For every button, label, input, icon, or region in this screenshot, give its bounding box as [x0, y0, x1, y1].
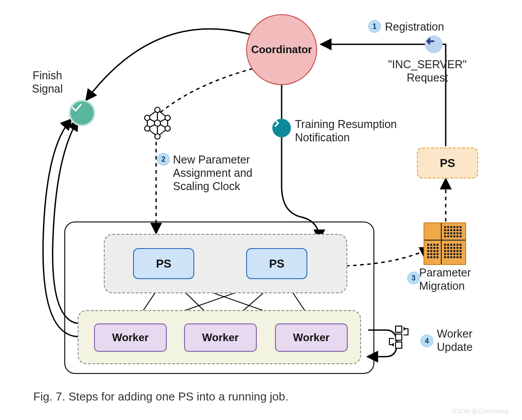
step-badge-3: 3 [407, 272, 420, 284]
figure-caption: Fig. 7. Steps for adding one PS into a r… [33, 390, 288, 404]
svg-point-19 [145, 115, 150, 121]
step-badge-1: 1 [368, 20, 381, 33]
svg-point-18 [155, 107, 160, 113]
ps-node-1: PS [133, 248, 194, 279]
worker-node-2: Worker [184, 323, 257, 352]
inc-server-request-label: "INC_SERVER" Request [388, 58, 467, 84]
checkmark-icon [69, 100, 95, 126]
finish-signal-label: Finish Signal [32, 69, 63, 95]
svg-rect-29 [396, 342, 402, 348]
parameter-migration-label: Parameter Migration [419, 266, 471, 292]
worker-update-label: Worker Update [437, 327, 473, 354]
worker-label-3: Worker [293, 331, 330, 344]
worker-update-icon [386, 323, 412, 350]
ps-label-1: PS [156, 257, 172, 271]
parameter-matrix-icon [424, 222, 466, 265]
watermark-text: CSDN @Chernyang [452, 408, 508, 415]
ps-node-new: PS [417, 148, 478, 179]
worker-label-1: Worker [112, 331, 149, 344]
worker-node-3: Worker [275, 323, 348, 352]
ps-node-2: PS [246, 248, 307, 279]
svg-point-22 [165, 126, 170, 131]
network-graph-icon [142, 105, 173, 141]
coordinator-node: Coordinator [246, 14, 317, 85]
svg-point-24 [154, 120, 161, 126]
step-badge-4: 4 [420, 334, 433, 347]
svg-point-20 [165, 115, 170, 121]
new-parameter-label: New Parameter Assignment and Scaling Clo… [173, 153, 252, 193]
arrow-left-icon [425, 35, 443, 53]
svg-point-23 [155, 134, 160, 139]
coordinator-label: Coordinator [251, 43, 312, 56]
worker-label-2: Worker [202, 331, 239, 344]
step-badge-2: 2 [157, 153, 170, 166]
ps-label-2: PS [269, 257, 285, 271]
training-resumption-label: Training Resumption Notification [295, 117, 397, 144]
svg-rect-27 [396, 326, 402, 332]
registration-label: Registration [385, 20, 444, 33]
worker-node-1: Worker [94, 323, 167, 352]
ps-label-new: PS [440, 156, 455, 170]
svg-rect-28 [396, 334, 402, 340]
svg-point-21 [145, 126, 150, 131]
chevron-right-icon [272, 119, 291, 137]
